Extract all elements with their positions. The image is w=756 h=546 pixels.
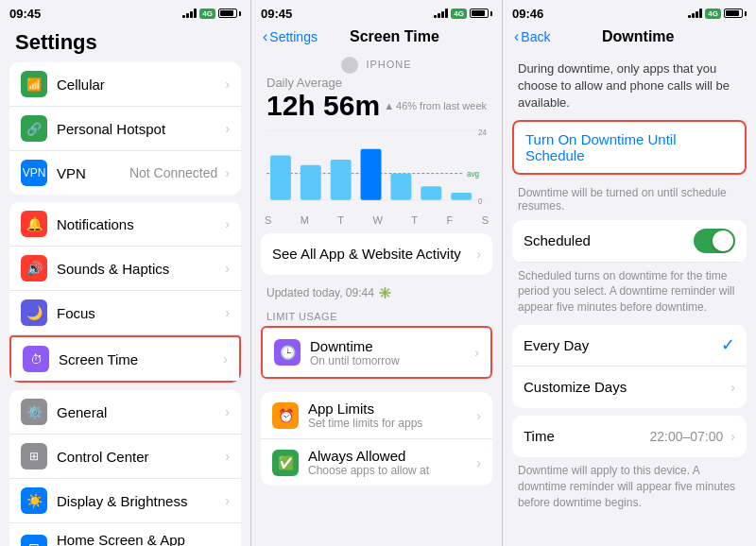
day-section: Every Day ✓ Customize Days ›	[512, 325, 747, 408]
status-icons-3: 4G	[688, 9, 747, 19]
time-row[interactable]: Time 22:00–07:00 ›	[512, 416, 747, 457]
sidebar-item-general[interactable]: ⚙️ General ›	[9, 390, 241, 435]
sidebar-item-display[interactable]: ☀️ Display & Brightness ›	[9, 479, 241, 523]
svg-rect-6	[270, 156, 291, 200]
time-value: 22:00–07:00	[649, 429, 723, 444]
limits-section: ⏰ App Limits Set time limits for apps › …	[261, 392, 492, 486]
screen-time-content: IPHONE Daily Average 12h 56m ▲ 46% from …	[251, 51, 502, 546]
downtime-text: Downtime On until tomorrow	[310, 338, 471, 367]
app-limits-item[interactable]: ⏰ App Limits Set time limits for apps ›	[261, 392, 492, 439]
toggle-knob	[713, 230, 733, 251]
turn-on-downtime-button[interactable]: Turn On Downtime Until Schedule	[512, 120, 747, 175]
status-bar-2: 09:45 4G	[251, 0, 502, 25]
iphone-label: IPHONE	[251, 51, 502, 76]
battery-tip-1	[239, 11, 241, 16]
always-allowed-chevron: ›	[476, 455, 481, 470]
vpn-icon: VPN	[21, 160, 47, 186]
scheduled-section: Scheduled	[512, 220, 747, 263]
see-all-label: See All App & Website Activity	[272, 246, 461, 262]
downtime-chevron: ›	[474, 345, 479, 360]
always-allowed-icon: ✅	[272, 450, 299, 476]
status-time-2: 09:45	[261, 7, 292, 21]
panel-downtime: 09:46 4G ‹ Back Downtime Durin	[503, 0, 756, 546]
display-label: Display & Brightness	[57, 493, 221, 509]
notifications-icon: 🔔	[21, 211, 47, 237]
sidebar-item-screen-time[interactable]: ⏱ Screen Time ›	[9, 335, 241, 383]
display-chevron: ›	[225, 493, 230, 508]
app-limits-text: App Limits Set time limits for apps	[308, 401, 472, 430]
focus-icon: 🌙	[21, 299, 47, 326]
every-day-row[interactable]: Every Day ✓	[512, 325, 747, 367]
cellular-chevron: ›	[225, 77, 230, 92]
sep-1	[0, 195, 250, 202]
back-chevron-2: ‹	[514, 28, 519, 45]
general-icon: ⚙️	[21, 399, 47, 425]
focus-chevron: ›	[225, 305, 230, 320]
screen-time-nav: ‹ Settings Screen Time	[251, 25, 502, 51]
sounds-chevron: ›	[225, 261, 230, 276]
cellular-icon: 📶	[21, 71, 47, 97]
scheduled-toggle[interactable]	[694, 229, 735, 253]
downtime-item[interactable]: 🕒 Downtime On until tomorrow ›	[263, 328, 490, 377]
sidebar-item-focus[interactable]: 🌙 Focus ›	[9, 291, 241, 335]
back-label-1: Settings	[269, 29, 318, 44]
daily-avg-row: 12h 56m ▲ 46% from last week	[251, 90, 502, 126]
screen-time-title: Screen Time	[350, 28, 458, 45]
sidebar-item-control-center[interactable]: ⊞ Control Center ›	[9, 435, 241, 479]
see-all-item[interactable]: See All App & Website Activity ›	[261, 233, 492, 275]
signal-bar-2	[186, 13, 189, 18]
sidebar-item-notifications[interactable]: 🔔 Notifications ›	[9, 202, 241, 247]
limit-usage-header: LIMIT USAGE	[251, 303, 502, 326]
signal-bar-3	[190, 11, 193, 18]
lte-badge-3: 4G	[705, 9, 721, 19]
sounds-label: Sounds & Haptics	[57, 261, 221, 277]
vpn-chevron: ›	[225, 165, 230, 180]
downtime-content: During downtime, only apps that you choo…	[503, 51, 756, 546]
svg-rect-8	[331, 160, 352, 200]
general-chevron: ›	[225, 404, 230, 419]
back-chevron-1: ‹	[263, 28, 267, 45]
status-bar-1: 09:45 4G	[0, 0, 250, 25]
home-screen-icon: ⊟	[21, 535, 47, 546]
signal-bar-1	[182, 15, 185, 18]
sidebar-item-personal-hotspot[interactable]: 🔗 Personal Hotspot ›	[9, 107, 241, 151]
downtime-description: During downtime, only apps that you choo…	[503, 51, 756, 120]
screen-time-icon: ⏱	[23, 346, 49, 372]
sounds-text: Sounds & Haptics	[57, 261, 221, 277]
battery-fill-1	[220, 10, 233, 16]
every-day-label: Every Day	[524, 337, 721, 353]
screen-time-chart: 24h avg 0	[251, 126, 502, 211]
battery-body-1	[218, 9, 237, 18]
sep-2	[0, 383, 250, 390]
turn-on-label: Turn On Downtime Until Schedule	[525, 131, 733, 163]
svg-rect-10	[390, 174, 411, 200]
see-all-section: See All App & Website Activity ›	[261, 233, 492, 275]
sounds-icon: 🔊	[21, 255, 47, 282]
downtime-icon: 🕒	[274, 339, 301, 366]
vpn-text: VPN	[57, 165, 129, 181]
app-limits-icon: ⏰	[272, 402, 299, 429]
back-to-screen-time[interactable]: ‹ Back	[514, 28, 550, 45]
hotspot-chevron: ›	[225, 121, 230, 136]
app-limits-chevron: ›	[476, 408, 481, 423]
status-time-1: 09:45	[9, 7, 41, 21]
always-allowed-item[interactable]: ✅ Always Allowed Choose apps to allow at…	[261, 439, 492, 486]
screen-time-label: Screen Time	[59, 351, 219, 367]
settings-title: Settings	[0, 25, 250, 62]
customize-days-row[interactable]: Customize Days ›	[512, 367, 747, 408]
sidebar-item-home-screen[interactable]: ⊟ Home Screen & App Library ›	[9, 523, 241, 546]
lte-badge-2: 4G	[451, 9, 467, 19]
time-label: Time	[524, 428, 649, 444]
always-allowed-sublabel: Choose apps to allow at	[308, 464, 472, 477]
scheduled-description: Scheduled turns on downtime for the time…	[503, 263, 756, 325]
sidebar-item-sounds[interactable]: 🔊 Sounds & Haptics ›	[9, 247, 241, 291]
downtime-nav: ‹ Back Downtime	[503, 25, 756, 51]
hotspot-text: Personal Hotspot	[57, 121, 221, 137]
sparkle-icon: ✳️	[378, 286, 392, 299]
svg-rect-7	[301, 165, 321, 200]
always-allowed-text: Always Allowed Choose apps to allow at	[308, 448, 472, 477]
sidebar-item-vpn[interactable]: VPN VPN Not Connected ›	[9, 151, 241, 195]
svg-rect-9	[361, 149, 382, 200]
sidebar-item-cellular[interactable]: 📶 Cellular ›	[9, 62, 241, 107]
back-to-settings[interactable]: ‹ Settings	[263, 28, 318, 45]
